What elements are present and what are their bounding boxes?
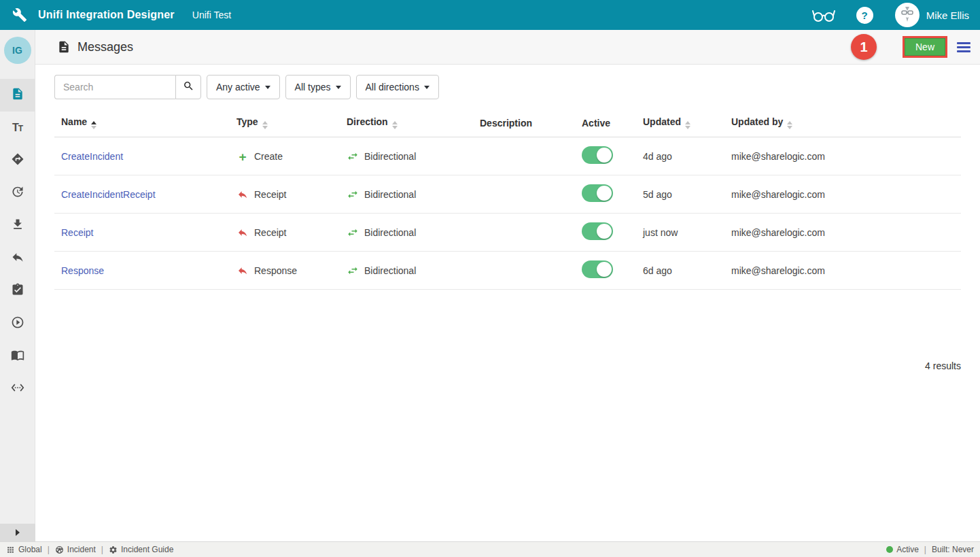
- column-header-name[interactable]: Name: [54, 109, 230, 137]
- sidebar-item-code[interactable]: [0, 373, 35, 405]
- directions-filter-label: All directions: [366, 82, 419, 92]
- caret-down-icon: [265, 86, 270, 89]
- filter-bar: Any active All types All directions: [54, 75, 961, 99]
- scope-label: Global: [18, 545, 42, 554]
- description-cell: [473, 252, 575, 290]
- column-header-updated-by[interactable]: Updated by: [724, 109, 961, 137]
- directions-filter-dropdown[interactable]: All directions: [356, 75, 439, 99]
- active-toggle[interactable]: [582, 184, 613, 202]
- description-cell: [473, 175, 575, 214]
- app-title: Unifi Integration Designer: [38, 9, 175, 21]
- help-icon[interactable]: ?: [856, 7, 873, 24]
- column-label: Description: [480, 118, 532, 129]
- reply-arrow-icon: [237, 265, 249, 276]
- updated-by-cell: mike@sharelogic.com: [724, 252, 961, 290]
- glasses-icon[interactable]: [811, 7, 836, 23]
- type-label: Response: [254, 265, 297, 276]
- active-filter-dropdown[interactable]: Any active: [207, 75, 280, 99]
- messages-table: NameTypeDirectionDescriptionActiveUpdate…: [54, 109, 961, 290]
- text-fields-icon: TT: [12, 122, 22, 134]
- sidebar-item-documentation[interactable]: [0, 340, 35, 373]
- type-label: Create: [254, 151, 283, 162]
- direction-label: Bidirectional: [364, 227, 416, 238]
- user-avatar[interactable]: [895, 3, 920, 27]
- active-filter-label: Any active: [216, 82, 260, 92]
- search-icon: [183, 80, 194, 94]
- sort-icon: [91, 121, 97, 129]
- active-toggle[interactable]: [582, 222, 613, 240]
- scope-selector[interactable]: Global: [6, 545, 42, 554]
- table-row: ReceiptReceiptBidirectionaljust nowmike@…: [54, 214, 961, 252]
- active-toggle[interactable]: [582, 260, 613, 278]
- column-label: Active: [582, 118, 610, 129]
- clipboard-check-icon: [11, 283, 24, 299]
- table-row: ResponseResponseBidirectional6d agomike@…: [54, 252, 961, 290]
- column-header-type[interactable]: Type: [230, 109, 340, 137]
- new-button[interactable]: New: [905, 38, 945, 56]
- process-selector[interactable]: Incident: [55, 545, 96, 554]
- code-brackets-icon: [11, 381, 24, 397]
- status-bar: Global | Incident | Incident Guide Activ…: [0, 541, 980, 557]
- message-name-link[interactable]: CreateIncident: [61, 151, 123, 162]
- sidebar-item-run[interactable]: [0, 307, 35, 340]
- page-header: Messages 1 New: [35, 30, 980, 65]
- sidebar-item-history[interactable]: [0, 177, 35, 209]
- sort-icon: [262, 121, 268, 129]
- updated-cell: 4d ago: [636, 137, 724, 175]
- sidebar-item-responses[interactable]: [0, 242, 35, 275]
- type-label: Receipt: [254, 227, 286, 238]
- table-row: CreateIncident+CreateBidirectional4d ago…: [54, 137, 961, 175]
- search-input[interactable]: [54, 75, 175, 99]
- menu-icon[interactable]: [957, 42, 970, 52]
- sidebar-item-directions[interactable]: [0, 144, 35, 177]
- separator: |: [924, 545, 926, 554]
- updated-by-cell: mike@sharelogic.com: [724, 175, 961, 214]
- bidirectional-arrows-icon: [347, 265, 359, 276]
- sidebar-collapse-button[interactable]: [0, 524, 35, 541]
- bidirectional-arrows-icon: [347, 151, 359, 162]
- guide-label: Incident Guide: [121, 545, 173, 554]
- sidebar-item-messages[interactable]: [0, 79, 35, 112]
- main-area: Messages 1 New Any active: [35, 30, 980, 541]
- app-subtitle: Unifi Test: [192, 10, 231, 20]
- type-label: Receipt: [254, 189, 286, 200]
- play-circle-icon: [11, 316, 24, 332]
- search-button[interactable]: [175, 75, 201, 99]
- sort-icon: [685, 121, 690, 129]
- sidebar-item-tasks[interactable]: [0, 275, 35, 307]
- column-label: Name: [61, 116, 87, 127]
- guide-selector[interactable]: Incident Guide: [109, 545, 173, 554]
- description-cell: [473, 137, 575, 175]
- active-toggle[interactable]: [582, 146, 613, 164]
- grid-apps-icon: [6, 545, 15, 554]
- types-filter-label: All types: [295, 82, 331, 92]
- workspace-avatar[interactable]: IG: [4, 37, 31, 64]
- description-cell: [473, 214, 575, 252]
- process-label: Incident: [67, 545, 96, 554]
- sidebar-item-fields[interactable]: TT: [0, 112, 35, 144]
- top-bar: Unifi Integration Designer Unifi Test ? …: [0, 0, 980, 30]
- updated-cell: 6d ago: [636, 252, 724, 290]
- column-label: Direction: [347, 116, 388, 127]
- wrench-icon: [12, 7, 27, 22]
- column-label: Type: [237, 116, 258, 127]
- segmented-circle-icon: [55, 545, 64, 554]
- table-row: CreateIncidentReceiptReceiptBidirectiona…: [54, 175, 961, 214]
- updated-by-cell: mike@sharelogic.com: [724, 137, 961, 175]
- table-header-row: NameTypeDirectionDescriptionActiveUpdate…: [54, 109, 961, 137]
- user-name[interactable]: Mike Ellis: [926, 10, 969, 21]
- column-header-active: Active: [575, 109, 636, 137]
- message-name-link[interactable]: CreateIncidentReceipt: [61, 189, 156, 200]
- column-header-updated[interactable]: Updated: [636, 109, 724, 137]
- column-header-direction[interactable]: Direction: [340, 109, 473, 137]
- types-filter-dropdown[interactable]: All types: [285, 75, 351, 99]
- directions-diamond-icon: [11, 152, 24, 169]
- message-name-link[interactable]: Response: [61, 265, 104, 276]
- direction-label: Bidirectional: [364, 151, 416, 162]
- message-name-link[interactable]: Receipt: [61, 227, 93, 238]
- reply-arrow-icon: [237, 189, 249, 200]
- status-dot-icon: [886, 546, 893, 553]
- column-label: Updated by: [731, 116, 783, 127]
- sidebar-item-import[interactable]: [0, 209, 35, 242]
- book-icon: [11, 348, 24, 365]
